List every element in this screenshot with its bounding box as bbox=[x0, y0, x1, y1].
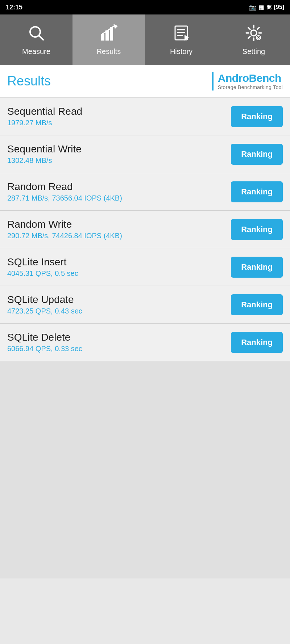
results-icon bbox=[100, 24, 118, 45]
result-name: SQLite Delete bbox=[7, 332, 231, 343]
result-name: SQLite Insert bbox=[7, 256, 231, 268]
result-value: 4045.31 QPS, 0.5 sec bbox=[7, 269, 231, 278]
result-item: Random Read 287.71 MB/s, 73656.04 IOPS (… bbox=[0, 173, 290, 211]
result-info: SQLite Update 4723.25 QPS, 0.43 sec bbox=[7, 294, 231, 315]
result-name: Sequential Read bbox=[7, 106, 231, 117]
result-name: SQLite Update bbox=[7, 294, 231, 306]
history-icon bbox=[172, 24, 190, 45]
result-value: 6066.94 QPS, 0.33 sec bbox=[7, 345, 231, 353]
brand-logo: AndroBench Storage Benchmarking Tool bbox=[212, 72, 283, 91]
ranking-button[interactable]: Ranking bbox=[231, 219, 283, 240]
svg-line-1 bbox=[39, 35, 43, 40]
measure-icon bbox=[27, 24, 45, 45]
sim-icon: ▦ bbox=[258, 4, 264, 11]
svg-point-20 bbox=[256, 35, 261, 40]
svg-line-18 bbox=[257, 28, 259, 29]
tab-setting-label: Setting bbox=[243, 47, 265, 56]
result-item: SQLite Delete 6066.94 QPS, 0.33 sec Rank… bbox=[0, 324, 290, 361]
ranking-button[interactable]: Ranking bbox=[231, 106, 283, 127]
status-time: 12:15 bbox=[6, 4, 22, 11]
results-list: Sequential Read 1979.27 MB/s Ranking Seq… bbox=[0, 98, 290, 361]
result-value: 1302.48 MB/s bbox=[7, 156, 231, 165]
result-name: Random Read bbox=[7, 181, 231, 193]
brand-name: AndroBench bbox=[218, 72, 281, 84]
ranking-button[interactable]: Ranking bbox=[231, 181, 283, 202]
tab-bar: Measure Results History bbox=[0, 14, 290, 65]
svg-line-16 bbox=[248, 28, 250, 29]
tab-measure[interactable]: Measure bbox=[0, 14, 72, 65]
result-info: Random Write 290.72 MB/s, 74426.84 IOPS … bbox=[7, 219, 231, 240]
wifi-icon: ⌘ bbox=[266, 4, 272, 11]
setting-icon bbox=[245, 24, 263, 45]
svg-point-11 bbox=[251, 30, 257, 36]
result-value: 4723.25 QPS, 0.43 sec bbox=[7, 307, 231, 315]
result-item: Sequential Write 1302.48 MB/s Ranking bbox=[0, 135, 290, 173]
ranking-button[interactable]: Ranking bbox=[231, 144, 283, 165]
status-bar: 12:15 📷 ▦ ⌘ [95] bbox=[0, 0, 290, 14]
result-info: SQLite Delete 6066.94 QPS, 0.33 sec bbox=[7, 332, 231, 353]
bottom-area bbox=[0, 361, 290, 578]
result-item: SQLite Update 4723.25 QPS, 0.43 sec Rank… bbox=[0, 286, 290, 324]
tab-history[interactable]: History bbox=[145, 14, 218, 65]
tab-results-label: Results bbox=[97, 47, 121, 56]
tab-measure-label: Measure bbox=[22, 47, 50, 56]
ranking-button[interactable]: Ranking bbox=[231, 332, 283, 353]
status-icons: 📷 ▦ ⌘ [95] bbox=[249, 4, 284, 11]
vibrate-icon: 📷 bbox=[249, 4, 256, 11]
result-value: 287.71 MB/s, 73656.04 IOPS (4KB) bbox=[7, 194, 231, 202]
brand-name-part1: Andro bbox=[218, 72, 249, 84]
tab-history-label: History bbox=[170, 47, 192, 56]
results-page-title: Results bbox=[7, 73, 51, 89]
result-value: 290.72 MB/s, 74426.84 IOPS (4KB) bbox=[7, 232, 231, 240]
battery-icon: [95] bbox=[274, 4, 284, 10]
result-item: Random Write 290.72 MB/s, 74426.84 IOPS … bbox=[0, 211, 290, 248]
brand-name-part2: Bench bbox=[249, 72, 281, 84]
ranking-button[interactable]: Ranking bbox=[231, 257, 283, 278]
result-item: SQLite Insert 4045.31 QPS, 0.5 sec Ranki… bbox=[0, 248, 290, 286]
result-item: Sequential Read 1979.27 MB/s Ranking bbox=[0, 98, 290, 135]
result-value: 1979.27 MB/s bbox=[7, 119, 231, 127]
result-name: Sequential Write bbox=[7, 143, 231, 155]
result-name: Random Write bbox=[7, 219, 231, 230]
svg-line-19 bbox=[248, 37, 250, 38]
tab-results[interactable]: Results bbox=[72, 14, 145, 65]
tab-setting[interactable]: Setting bbox=[218, 14, 290, 65]
brand-text-container: AndroBench Storage Benchmarking Tool bbox=[218, 72, 283, 90]
brand-bar-accent bbox=[212, 72, 214, 91]
result-info: Random Read 287.71 MB/s, 73656.04 IOPS (… bbox=[7, 181, 231, 202]
results-header: Results AndroBench Storage Benchmarking … bbox=[0, 65, 290, 98]
result-info: Sequential Read 1979.27 MB/s bbox=[7, 106, 231, 127]
result-info: SQLite Insert 4045.31 QPS, 0.5 sec bbox=[7, 256, 231, 278]
result-info: Sequential Write 1302.48 MB/s bbox=[7, 143, 231, 165]
ranking-button[interactable]: Ranking bbox=[231, 294, 283, 315]
brand-subtitle: Storage Benchmarking Tool bbox=[218, 84, 283, 90]
